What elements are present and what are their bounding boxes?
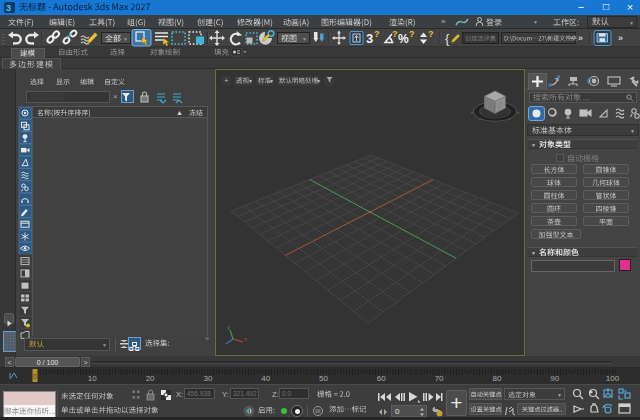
svg-text:?: ?	[374, 29, 380, 39]
svg-text:?: ?	[409, 29, 415, 39]
svg-text:0: 0	[33, 373, 37, 380]
svg-text:80: 80	[492, 374, 501, 383]
svg-text:x: x	[244, 336, 247, 342]
svg-text:3: 3	[6, 3, 11, 13]
svg-text:?: ?	[392, 29, 398, 39]
svg-text:y: y	[227, 324, 230, 330]
svg-text:100: 100	[606, 374, 620, 383]
svg-text:40: 40	[261, 374, 270, 383]
svg-text:{: {	[445, 31, 450, 46]
svg-text:60: 60	[377, 374, 386, 383]
svg-text:70: 70	[435, 374, 444, 383]
svg-text:»: »	[618, 33, 623, 43]
svg-text:20: 20	[146, 374, 155, 383]
svg-text:10: 10	[88, 374, 97, 383]
svg-text:»: »	[578, 33, 583, 43]
svg-text:?: ?	[428, 29, 434, 39]
svg-text:50: 50	[319, 374, 328, 383]
svg-text:30: 30	[203, 374, 212, 383]
svg-text:%: %	[398, 32, 409, 46]
svg-text:3: 3	[366, 31, 373, 46]
svg-text:90: 90	[550, 374, 559, 383]
